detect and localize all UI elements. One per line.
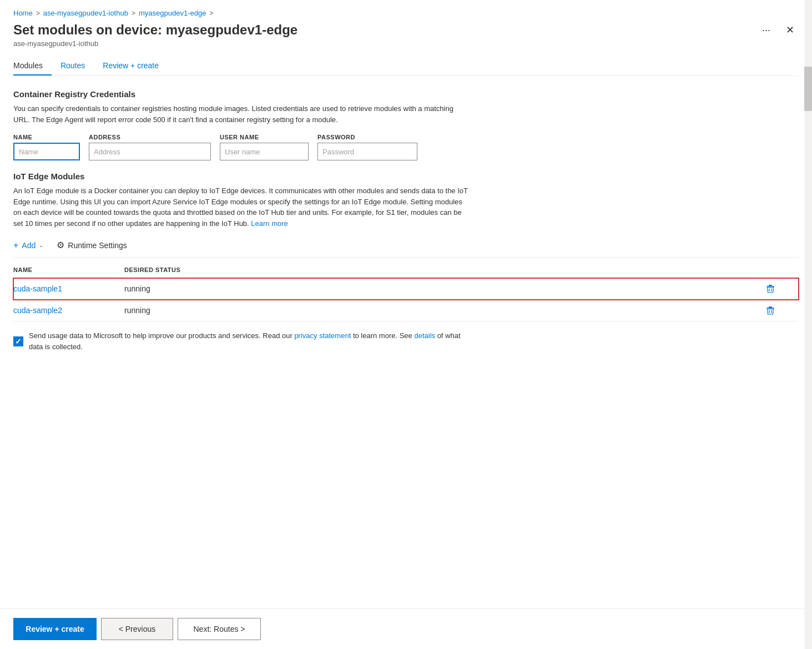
usage-text: Send usage data to Microsoft to help imp…: [29, 330, 473, 352]
chevron-down-icon: ⌄: [39, 242, 43, 248]
trash-icon: [765, 284, 775, 294]
address-label: ADDRESS: [89, 134, 211, 140]
previous-button[interactable]: < Previous: [101, 618, 173, 640]
col-actions-header: [765, 266, 799, 273]
toolbar: + Add ⌄ ⚙ Runtime Settings: [13, 238, 799, 253]
module-name-cell: cuda-sample1: [13, 284, 124, 293]
table-divider: [13, 257, 799, 258]
breadcrumb-home[interactable]: Home: [13, 9, 33, 17]
usage-row: ✓ Send usage data to Microsoft to help i…: [13, 330, 799, 352]
name-input[interactable]: [13, 143, 80, 160]
module-link-1[interactable]: cuda-sample1: [13, 284, 62, 293]
scrollbar-thumb[interactable]: [804, 67, 812, 111]
title-actions: ··· ✕: [758, 22, 799, 38]
registry-form: NAME ADDRESS USER NAME PASSWORD: [13, 134, 799, 160]
table-row: cuda-sample2 running: [13, 300, 799, 321]
ellipsis-button[interactable]: ···: [758, 22, 775, 38]
details-link[interactable]: details: [414, 331, 435, 340]
next-button[interactable]: Next: Routes >: [178, 618, 261, 640]
subtitle: ase-myasegpudev1-iothub: [13, 39, 799, 48]
runtime-settings-button[interactable]: ⚙ Runtime Settings: [57, 238, 127, 253]
module-name-cell-2: cuda-sample2: [13, 306, 124, 315]
registry-title: Container Registry Credentials: [13, 89, 799, 99]
svg-rect-1: [766, 286, 774, 287]
breadcrumb-sep1: >: [36, 9, 40, 17]
trash-icon: [765, 305, 775, 315]
privacy-statement-link[interactable]: privacy statement: [294, 331, 351, 340]
usage-checkbox[interactable]: ✓: [13, 336, 23, 346]
page-title: Set modules on device: myasegpudev1-edge: [13, 22, 297, 38]
breadcrumb-sep3: >: [209, 9, 213, 17]
registry-desc: You can specify credentials to container…: [13, 103, 468, 125]
content: Container Registry Credentials You can s…: [0, 76, 812, 608]
title-row: Set modules on device: myasegpudev1-edge…: [13, 22, 799, 38]
delete-button-2[interactable]: [765, 305, 780, 315]
add-label: Add: [22, 241, 36, 250]
close-button[interactable]: ✕: [781, 22, 799, 38]
plus-icon: +: [13, 240, 18, 250]
password-field: PASSWORD: [317, 134, 417, 160]
add-button[interactable]: + Add ⌄: [13, 238, 43, 253]
address-field: ADDRESS: [89, 134, 211, 160]
col-status-header: DESIRED STATUS: [124, 266, 765, 273]
breadcrumb-sep2: >: [132, 9, 135, 17]
panel: Home > ase-myasegpudev1-iothub > myasegp…: [0, 0, 812, 649]
table-header: NAME DESIRED STATUS: [13, 262, 799, 278]
module-link-2[interactable]: cuda-sample2: [13, 306, 62, 315]
address-input[interactable]: [89, 143, 211, 160]
runtime-label: Runtime Settings: [68, 241, 127, 250]
iot-desc: An IoT Edge module is a Docker container…: [13, 185, 468, 229]
checkmark-icon: ✓: [15, 337, 22, 346]
username-input[interactable]: [220, 143, 309, 160]
name-label: NAME: [13, 134, 80, 140]
breadcrumb-edge[interactable]: myasegpudev1-edge: [139, 9, 206, 17]
table-row: cuda-sample1 running: [13, 278, 799, 300]
col-name-header: NAME: [13, 266, 124, 273]
username-field: USER NAME: [220, 134, 309, 160]
iot-section: IoT Edge Modules An IoT Edge module is a…: [13, 172, 799, 352]
module-status-1: running: [124, 284, 765, 293]
svg-rect-5: [766, 308, 774, 309]
tab-routes[interactable]: Routes: [52, 57, 94, 76]
svg-rect-4: [769, 306, 772, 308]
scrollbar[interactable]: [804, 0, 812, 649]
name-field: NAME: [13, 134, 80, 160]
iot-desc-text: An IoT Edge module is a Docker container…: [13, 187, 468, 228]
module-status-2: running: [124, 306, 765, 315]
header: Home > ase-myasegpudev1-iothub > myasegp…: [0, 0, 812, 76]
tab-review-create[interactable]: Review + create: [94, 57, 168, 76]
module-actions-2: [765, 305, 799, 315]
review-create-button[interactable]: Review + create: [13, 618, 97, 640]
usage-text-middle: to learn more. See: [353, 331, 415, 340]
password-input[interactable]: [317, 143, 417, 160]
learn-more-link[interactable]: Learn more: [251, 219, 288, 228]
tabs: Modules Routes Review + create: [13, 57, 799, 76]
username-label: USER NAME: [220, 134, 309, 140]
tab-modules[interactable]: Modules: [13, 57, 52, 76]
svg-rect-0: [769, 285, 772, 286]
iot-title: IoT Edge Modules: [13, 172, 799, 181]
breadcrumb: Home > ase-myasegpudev1-iothub > myasegp…: [13, 9, 799, 17]
usage-text-before: Send usage data to Microsoft to help imp…: [29, 331, 294, 340]
footer: Review + create < Previous Next: Routes …: [0, 608, 812, 649]
gear-icon: ⚙: [57, 240, 64, 250]
delete-button-1[interactable]: [765, 284, 780, 294]
module-actions-1: [765, 284, 799, 294]
breadcrumb-iothub[interactable]: ase-myasegpudev1-iothub: [43, 9, 128, 17]
registry-section: Container Registry Credentials You can s…: [13, 89, 799, 160]
password-label: PASSWORD: [317, 134, 417, 140]
